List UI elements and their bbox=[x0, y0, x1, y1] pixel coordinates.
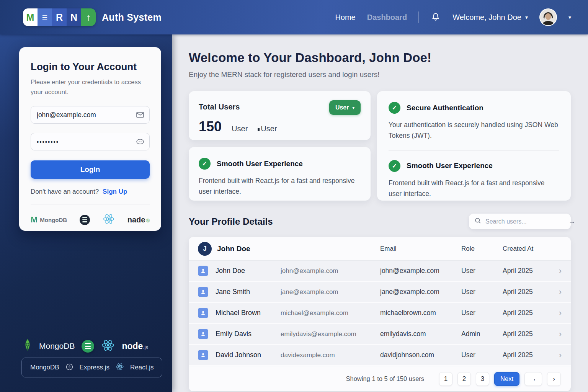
logo-letter-m: M bbox=[23, 8, 38, 26]
table-row[interactable]: Michael Brown michael@example.com michae… bbox=[189, 303, 571, 324]
search-bar: → bbox=[469, 214, 571, 229]
auth-features-card: ✓ Secure Authentication Your authenticat… bbox=[377, 91, 571, 201]
logo-letter-n: N bbox=[67, 8, 81, 26]
cell-role: User bbox=[461, 351, 503, 359]
cell-created: April 2025 bbox=[503, 267, 552, 275]
logo-arrow-icon: ↑ bbox=[81, 8, 96, 26]
page-title: Welcome to Your Dashboard, John Doe! bbox=[189, 51, 571, 65]
pagination-summary: Showing 1 to 5 of 150 users bbox=[346, 375, 425, 382]
row-chevron-icon[interactable]: › bbox=[552, 309, 562, 317]
row-chevron-icon[interactable]: › bbox=[552, 351, 562, 359]
search-input[interactable] bbox=[485, 218, 565, 225]
cell-email: emilydavis.com bbox=[380, 330, 461, 338]
nav-link-home[interactable]: Home bbox=[335, 13, 355, 22]
avatar: J bbox=[198, 242, 212, 256]
total-users-card: Total Users User ▾ 150 User User bbox=[189, 91, 371, 140]
table-row[interactable]: Emily Davis emilydavis@example.com emily… bbox=[189, 324, 571, 345]
cell-personal-email: davidexample.com bbox=[281, 351, 380, 359]
table-row[interactable]: David Johnson davidexample.com davidjohn… bbox=[189, 345, 571, 366]
welcome-user-menu[interactable]: Welcome, John Doe ▾ bbox=[452, 13, 528, 22]
password-field[interactable] bbox=[31, 133, 150, 150]
cell-name: David Johnson bbox=[216, 351, 281, 359]
check-circle-icon: ✓ bbox=[199, 158, 211, 170]
user-card-icon bbox=[198, 287, 208, 297]
mongodb-logo: M MongoDB bbox=[31, 215, 67, 225]
notification-bell-icon[interactable] bbox=[430, 11, 441, 23]
table-footer: Showing 1 to 5 of 150 users 1 2 3 Next →… bbox=[189, 366, 571, 391]
email-field[interactable] bbox=[31, 106, 150, 124]
arrow-right-button[interactable]: → bbox=[524, 372, 542, 386]
node-js-suffix: .js bbox=[143, 344, 148, 350]
user-avatar[interactable] bbox=[539, 8, 557, 26]
mern-logo: M ≡ R N ↑ bbox=[23, 8, 96, 26]
welcome-label: Welcome, John Doe bbox=[452, 13, 521, 22]
user-unit-label: User bbox=[232, 124, 248, 133]
top-navbar: M ≡ R N ↑ Auth System Home Dashboard Wel… bbox=[0, 0, 588, 34]
eye-icon[interactable] bbox=[136, 137, 145, 146]
signup-link[interactable]: Sign Up bbox=[103, 188, 127, 196]
cell-role: User bbox=[461, 267, 503, 275]
smooth-ux-desc: Frontend built with React.js for a fast … bbox=[199, 175, 361, 197]
column-header-email: Email bbox=[380, 245, 461, 253]
cell-name: Jane Smith bbox=[216, 288, 281, 296]
user-card-icon bbox=[198, 329, 208, 339]
row-chevron-icon[interactable]: › bbox=[552, 267, 562, 275]
cell-name: Michael Brown bbox=[216, 309, 281, 317]
page-button-2[interactable]: 2 bbox=[457, 372, 471, 386]
table-row[interactable]: John Doe john@example.com john@example.c… bbox=[189, 261, 571, 282]
cell-role: User bbox=[461, 309, 503, 317]
node-logo: node.js bbox=[122, 341, 148, 351]
user-unit-label-2: User bbox=[258, 124, 277, 133]
login-card: Login to Your Account Please enter your … bbox=[19, 47, 161, 231]
page-button-1[interactable]: 1 bbox=[439, 372, 452, 386]
registered-icon: ® bbox=[146, 218, 150, 224]
cell-created: April 2025 bbox=[503, 309, 552, 317]
cell-email: davidjohnson.com bbox=[380, 351, 461, 359]
secure-auth-desc: Your authentication is securely handled … bbox=[389, 119, 559, 141]
page-button-3[interactable]: 3 bbox=[476, 372, 489, 386]
cell-created: April 2025 bbox=[503, 330, 552, 338]
page-subtitle: Enjoy the MERN stack for registered user… bbox=[189, 70, 571, 79]
password-field-wrap bbox=[31, 133, 150, 150]
mongodb-m-icon: M bbox=[31, 215, 38, 225]
divider bbox=[389, 150, 559, 151]
cell-email: john@example.com bbox=[380, 267, 461, 275]
nav-link-dashboard[interactable]: Dashboard bbox=[367, 13, 407, 22]
user-filter-dropdown[interactable]: User ▾ bbox=[329, 100, 361, 115]
chevron-right-button[interactable]: › bbox=[547, 372, 561, 386]
cell-personal-email: michael@example.com bbox=[281, 309, 380, 317]
stack-logos: M MongoDB nade® bbox=[31, 213, 150, 227]
smooth-ux-card: ✓ Smooth User Experience Frontend built … bbox=[189, 147, 371, 201]
next-page-button[interactable]: Next bbox=[494, 372, 519, 386]
email-field-wrap bbox=[31, 106, 150, 124]
total-users-label: Total Users bbox=[199, 100, 240, 111]
table-header-name: John Doe bbox=[217, 245, 250, 253]
smooth-ux-title: Smooth User Experience bbox=[217, 160, 303, 168]
node-logo: nade® bbox=[127, 216, 150, 224]
no-account-label: Don't have an account? bbox=[31, 188, 99, 196]
users-table: J John Doe Email Role Created At John Do… bbox=[189, 237, 571, 391]
express-divide-icon bbox=[65, 363, 74, 372]
secure-auth-title: Secure Authentication bbox=[407, 104, 483, 112]
row-chevron-icon[interactable]: › bbox=[552, 288, 562, 296]
mongodb-label: MongoDB bbox=[30, 364, 59, 371]
mongodb-label: MongoDB bbox=[40, 217, 67, 223]
cell-personal-email: emilydavis@example.com bbox=[281, 330, 380, 338]
cell-email: jane@example.com bbox=[380, 288, 461, 296]
nav-divider bbox=[418, 11, 419, 23]
mongodb-label: MongoDB bbox=[39, 341, 75, 351]
smooth-ux-desc: Frontend built with React.js for a fast … bbox=[389, 178, 559, 199]
cell-role: Admin bbox=[461, 330, 503, 338]
search-submit-arrow-icon[interactable]: → bbox=[568, 217, 575, 225]
app-title: Auth System bbox=[102, 12, 162, 23]
login-button[interactable]: Login bbox=[31, 160, 150, 179]
profile-section-title: Your Profile Details bbox=[189, 216, 273, 227]
envelope-icon bbox=[136, 110, 145, 119]
sidebar-stack-pill: MongoDB Express.js React.js bbox=[21, 358, 162, 377]
caret-down-icon[interactable]: ▾ bbox=[568, 14, 571, 20]
row-chevron-icon[interactable]: › bbox=[552, 330, 562, 338]
table-row[interactable]: Jane Smith jane@example.com jane@example… bbox=[189, 282, 571, 303]
dropdown-label: User bbox=[335, 104, 349, 111]
express-icon bbox=[80, 215, 90, 225]
caret-down-icon: ▾ bbox=[525, 14, 528, 20]
